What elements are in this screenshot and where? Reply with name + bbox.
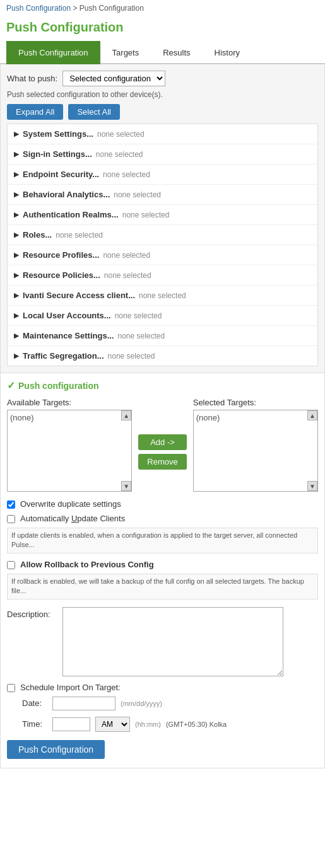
selected-targets-scroll-up[interactable]: ▲ [307, 410, 317, 420]
breadcrumb-separator: > [73, 4, 79, 13]
date-row: Date: (mm/dd/yyyy) [22, 695, 318, 712]
expand-arrow-local-user-accounts[interactable]: ▶ [14, 311, 19, 320]
breadcrumb-link[interactable]: Push Configuration [6, 4, 71, 13]
rollback-checkbox[interactable] [7, 561, 15, 569]
tab-history[interactable]: History [203, 41, 252, 64]
list-item: ▶ Endpoint Security... none selected [8, 165, 317, 185]
section-name: Ivanti Secure Access client... [23, 291, 135, 300]
section-status: none selected [103, 251, 150, 260]
update-info-text: If update clients is enabled, when a con… [7, 528, 318, 553]
checkmark-icon: ✓ [7, 379, 15, 391]
list-item: ▶ Ivanti Secure Access client... none se… [8, 286, 317, 306]
expand-arrow-signin-settings[interactable]: ▶ [14, 150, 19, 158]
section-status: none selected [104, 271, 151, 280]
expand-arrow-traffic-segregation[interactable]: ▶ [14, 352, 19, 360]
breadcrumb-current: Push Configuration [80, 4, 144, 13]
expand-arrow-behavioral-analytics[interactable]: ▶ [14, 190, 19, 199]
push-description: Push selected configuration to other dev… [7, 90, 318, 99]
expand-arrow-maintenance-settings[interactable]: ▶ [14, 332, 19, 340]
rollback-row: Allow Rollback to Previous Config [7, 557, 318, 572]
section-name: System Settings... [23, 129, 93, 139]
list-item: ▶ Resource Policies... none selected [8, 265, 317, 286]
schedule-checkbox[interactable] [7, 684, 15, 692]
date-input[interactable] [52, 697, 115, 710]
date-hint: (mm/dd/yyyy) [121, 700, 162, 707]
autoupdate-label: Automatically Update Clients [20, 514, 125, 523]
section-name: Local User Accounts... [23, 311, 111, 320]
add-remove-col: Add -> Remove [138, 398, 186, 492]
available-targets-scroll-up[interactable]: ▲ [121, 410, 131, 420]
tab-targets[interactable]: Targets [100, 41, 151, 64]
push-config-header-text: Push configuration [18, 381, 99, 391]
section-status: none selected [96, 150, 143, 159]
push-configuration-button[interactable]: Push Configuration [7, 740, 105, 759]
description-textarea[interactable] [62, 607, 283, 676]
expand-arrow-system-settings[interactable]: ▶ [14, 130, 19, 138]
page-title: Push Configuration [0, 16, 325, 41]
section-name: Resource Policies... [23, 270, 100, 280]
section-name: Traffic Segregation... [23, 351, 104, 361]
sections-list: ▶ System Settings... none selected ▶ Sig… [7, 124, 318, 366]
expand-arrow-resource-profiles[interactable]: ▶ [14, 251, 19, 259]
date-label: Date: [22, 698, 47, 708]
section-status: none selected [139, 291, 186, 300]
what-to-push-select[interactable]: Selected configuration All configuration [62, 71, 165, 86]
rollback-label: Allow Rollback to Previous Config [20, 560, 154, 569]
selected-targets-none: (none) [196, 413, 220, 422]
breadcrumb: Push Configuration > Push Configuration [0, 0, 325, 16]
available-targets-scroll-down[interactable]: ▼ [121, 481, 131, 491]
overwrite-row: Overwrite duplicate settings [7, 497, 318, 511]
add-button[interactable]: Add -> [138, 434, 186, 450]
autoupdate-row: Automatically Update Clients [7, 511, 318, 526]
rollback-info-text: If rollback is enabled, we will take a b… [7, 574, 318, 599]
available-targets-none: (none) [10, 413, 34, 422]
section-status: none selected [115, 311, 162, 320]
list-item: ▶ Traffic Segregation... none selected [8, 346, 317, 366]
section-name: Endpoint Security... [23, 170, 99, 179]
list-item: ▶ Local User Accounts... none selected [8, 306, 317, 326]
list-item: ▶ Behavioral Analytics... none selected [8, 185, 317, 205]
overwrite-checkbox[interactable] [7, 501, 15, 509]
what-to-push-label: What to push: [7, 74, 57, 83]
timezone-label: (GMT+05:30) Kolka [166, 720, 227, 728]
time-row: Time: AM PM (hh:mm) (GMT+05:30) Kolka [22, 715, 318, 734]
selected-targets-label: Selected Targets: [193, 398, 318, 407]
section-name: Resource Profiles... [23, 250, 99, 260]
time-label: Time: [22, 719, 47, 729]
expand-arrow-ivanti-client[interactable]: ▶ [14, 291, 19, 299]
expand-arrow-auth-realms[interactable]: ▶ [14, 211, 19, 219]
list-item: ▶ Resource Profiles... none selected [8, 245, 317, 265]
what-to-push-row: What to push: Selected configuration All… [7, 71, 318, 86]
action-buttons-row: Expand All Select All [7, 104, 318, 120]
remove-button[interactable]: Remove [138, 454, 186, 470]
expand-arrow-endpoint-security[interactable]: ▶ [14, 170, 19, 178]
ampm-select[interactable]: AM PM [95, 717, 130, 732]
list-item: ▶ System Settings... none selected [8, 124, 317, 144]
schedule-label: Schedule Import On Target: [20, 683, 121, 692]
list-item: ▶ Maintenance Settings... none selected [8, 326, 317, 346]
available-targets-col: Available Targets: (none) ▲ ▼ [7, 398, 132, 492]
list-item: ▶ Sign-in Settings... none selected [8, 144, 317, 165]
description-row: Description: [7, 603, 318, 680]
selected-targets-scroll-down[interactable]: ▼ [307, 481, 317, 491]
tab-push-configuration[interactable]: Push Configuration [6, 41, 100, 64]
time-input[interactable] [52, 717, 90, 731]
section-status: none selected [103, 170, 150, 179]
push-config-section-header: ✓ Push configuration [7, 379, 318, 391]
push-button-row: Push Configuration [7, 734, 318, 761]
overwrite-label: Overwrite duplicate settings [20, 499, 121, 509]
time-hint: (hh:mm) [135, 720, 161, 728]
tab-results[interactable]: Results [151, 41, 202, 64]
section-status: none selected [114, 190, 161, 199]
expand-all-button[interactable]: Expand All [7, 104, 63, 120]
section-name: Roles... [23, 230, 52, 240]
select-all-button[interactable]: Select All [68, 104, 119, 120]
section-status: none selected [117, 332, 165, 340]
expand-arrow-roles[interactable]: ▶ [14, 231, 19, 239]
section-name: Maintenance Settings... [23, 331, 114, 340]
section-name: Behavioral Analytics... [23, 190, 110, 199]
expand-arrow-resource-policies[interactable]: ▶ [14, 271, 19, 279]
autoupdate-checkbox[interactable] [7, 515, 15, 523]
targets-row: Available Targets: (none) ▲ ▼ Add -> Rem… [7, 398, 318, 492]
section-name: Authentication Realms... [23, 210, 119, 219]
